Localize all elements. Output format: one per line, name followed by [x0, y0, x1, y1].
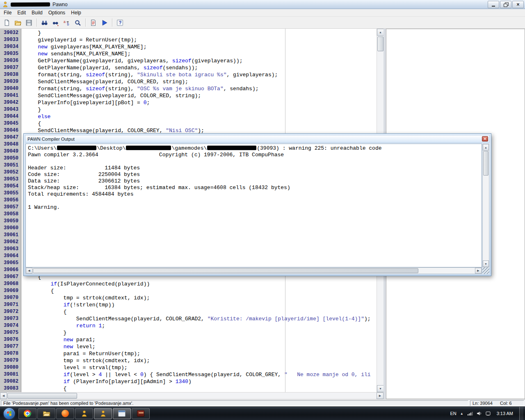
scroll-up-arrow[interactable]: ▲: [377, 29, 384, 36]
menubar: File Edit Build Options Help: [0, 9, 525, 17]
code-line[interactable]: }: [25, 30, 377, 37]
menu-help[interactable]: Help: [68, 9, 84, 16]
menu-file[interactable]: File: [1, 9, 14, 16]
line-number: 39039: [0, 78, 21, 85]
horizontal-scroll-thumb[interactable]: [7, 393, 77, 399]
scroll-right-arrow[interactable]: ▶: [377, 393, 383, 399]
save-file-button[interactable]: [24, 18, 34, 27]
scroll-right-arrow[interactable]: ▶: [475, 268, 482, 274]
show-desktop-button[interactable]: [519, 407, 523, 420]
code-line[interactable]: SendClientMessage(giveplayerid, COLOR_RE…: [25, 92, 377, 99]
scroll-left-arrow[interactable]: ◀: [0, 393, 7, 399]
network-icon[interactable]: [467, 411, 473, 416]
code-line[interactable]: new para1;: [25, 336, 377, 343]
code-line[interactable]: format(string, sizeof(string), "Skinuli …: [25, 71, 377, 78]
pawno-icon: [81, 410, 88, 417]
taskbar-pawno-button[interactable]: [75, 408, 93, 419]
hidden-icons-arrow[interactable]: ▲: [460, 412, 463, 415]
code-line[interactable]: SendClientMessage(playerid, COLOR_GRAD2,…: [25, 315, 377, 322]
close-button[interactable]: ×: [512, 1, 524, 8]
code-line[interactable]: {: [25, 120, 377, 127]
taskbar-firefox-button[interactable]: [56, 408, 74, 419]
run-button[interactable]: [99, 18, 110, 27]
taskbar-chrome-button[interactable]: [18, 408, 37, 419]
code-line[interactable]: SendClientMessage(playerid, COLOR_RED, s…: [25, 78, 377, 85]
code-line[interactable]: {: [25, 308, 377, 315]
open-file-button[interactable]: [13, 18, 23, 27]
replace-icon: ab: [63, 19, 70, 26]
taskbar-window-button[interactable]: [113, 408, 131, 419]
code-line[interactable]: tmp = strtok(cmdtext, idx);: [25, 357, 377, 364]
volume-icon[interactable]: [477, 411, 482, 416]
compiler-output-horizontal-scrollbar[interactable]: ◀ ▶: [25, 267, 482, 274]
line-number: 39051: [0, 162, 21, 169]
menu-build[interactable]: Build: [29, 9, 46, 16]
language-indicator[interactable]: EN: [450, 411, 456, 416]
replace-button[interactable]: ab: [62, 18, 72, 27]
dark-app-icon: [137, 410, 144, 417]
compiler-output-titlebar[interactable]: PAWN Compiler Output ×: [25, 135, 490, 143]
find-next-button[interactable]: [50, 18, 61, 27]
status-message: File 'Podesavanje.pwn' has been compiled…: [1, 400, 468, 406]
code-line[interactable]: if(!strlen(tmp)): [25, 301, 377, 308]
vertical-scroll-thumb[interactable]: [483, 151, 488, 176]
scroll-left-arrow[interactable]: ◀: [26, 268, 32, 274]
code-line[interactable]: PlayerInfo[giveplayerid][pBot] = 0;: [25, 99, 377, 106]
new-file-button[interactable]: [2, 18, 12, 27]
scroll-down-arrow[interactable]: ▼: [483, 260, 489, 267]
window-titlebar[interactable]: Pawno ×: [0, 0, 525, 9]
code-line[interactable]: if(level > 4 || level < 0) { SendClientM…: [25, 371, 377, 378]
clock[interactable]: 3:13 AM: [494, 411, 516, 416]
pawno-app-icon: [2, 1, 9, 8]
resize-grip[interactable]: [482, 267, 489, 274]
menu-options[interactable]: Options: [46, 9, 68, 16]
code-line[interactable]: return 1;: [25, 322, 377, 329]
code-line[interactable]: level = strval(tmp);: [25, 364, 377, 371]
find-button[interactable]: [39, 18, 50, 27]
start-button[interactable]: [0, 407, 18, 420]
code-line[interactable]: new level;: [25, 343, 377, 350]
line-number: 39074: [0, 322, 21, 329]
editor-horizontal-scrollbar[interactable]: ◀ ▶: [0, 392, 383, 399]
scroll-up-arrow[interactable]: ▲: [483, 144, 489, 151]
redacted-filename: [11, 2, 50, 7]
code-line[interactable]: }: [25, 106, 377, 113]
menu-edit[interactable]: Edit: [14, 9, 29, 16]
code-line[interactable]: new giveplayeras[MAX_PLAYER_NAME];: [25, 43, 377, 50]
help-button[interactable]: ?: [115, 18, 125, 27]
restore-button[interactable]: [500, 1, 511, 8]
compiler-output-vertical-scrollbar[interactable]: ▲ ▼: [482, 144, 489, 267]
code-line[interactable]: format(string, sizeof(string), "OSC %s v…: [25, 85, 377, 92]
code-line[interactable]: GetPlayerName(giveplayerid, giveplayeras…: [25, 57, 377, 64]
code-line[interactable]: giveplayerid = ReturnUser(tmp);: [25, 37, 377, 43]
svg-text:?: ?: [119, 20, 121, 25]
taskbar-app-button[interactable]: [132, 408, 150, 419]
taskbar: EN ▲ 3:13 AM: [0, 406, 525, 420]
line-number: 39043: [0, 106, 21, 113]
vertical-scroll-thumb[interactable]: [377, 37, 383, 51]
code-line[interactable]: para1 = ReturnUser(tmp);: [25, 350, 377, 357]
scroll-down-arrow[interactable]: ▼: [377, 385, 384, 392]
line-number: 39063: [0, 246, 21, 253]
code-line[interactable]: if (PlayerInfo[playerid][pAdmin] > 1340): [25, 378, 377, 385]
horizontal-scroll-thumb[interactable]: [33, 268, 418, 273]
code-line[interactable]: }: [25, 329, 377, 336]
close-icon: ×: [516, 2, 519, 7]
code-line[interactable]: if(IsPlayerConnected(playerid)): [25, 281, 377, 288]
minimize-button[interactable]: [488, 1, 499, 8]
code-line[interactable]: new sendahs[MAX_PLAYER_NAME];: [25, 50, 377, 57]
code-line[interactable]: GetPlayerName(playerid, sendahs, sizeof(…: [25, 64, 377, 71]
compile-options-button[interactable]: [88, 18, 98, 27]
action-center-icon[interactable]: [486, 411, 491, 416]
output-line: Total requirements: 4584484 bytes: [28, 191, 482, 198]
taskbar-explorer-button[interactable]: [37, 408, 55, 419]
taskbar-pawno-button-2[interactable]: [94, 408, 112, 419]
code-line[interactable]: else: [25, 113, 377, 120]
line-number: 39044: [0, 113, 21, 120]
compiler-output-close-button[interactable]: ×: [482, 136, 488, 142]
goto-line-button[interactable]: [73, 18, 83, 27]
code-line[interactable]: {: [25, 288, 377, 294]
system-tray: EN ▲ 3:13 AM: [450, 407, 525, 420]
code-line[interactable]: {: [25, 385, 377, 392]
code-line[interactable]: tmp = strtok(cmdtext, idx);: [25, 294, 377, 301]
